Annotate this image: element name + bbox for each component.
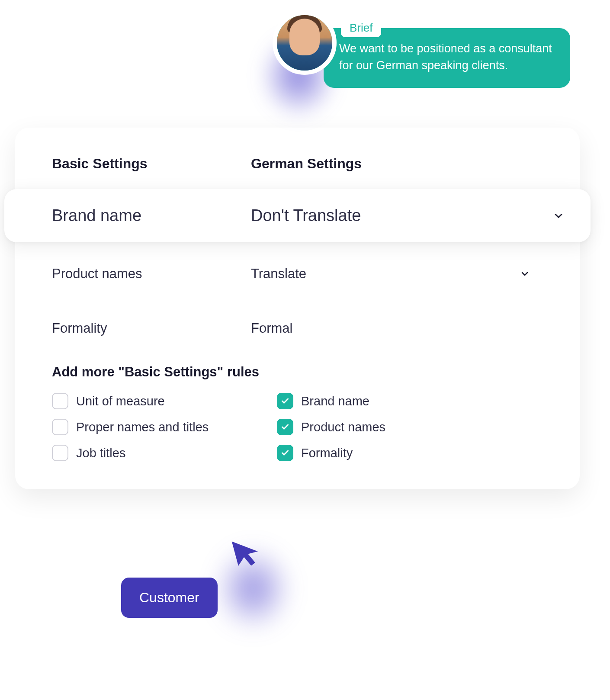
brief-section: Brief We want to be positioned as a cons… [273,11,570,88]
product-names-row[interactable]: Product names Translate [15,266,580,282]
avatar [273,11,337,75]
brand-name-label: Brand name [52,206,251,225]
brief-text: We want to be positioned as a consultant… [339,40,555,74]
checkbox-icon [52,393,68,409]
chevron-down-icon [552,210,565,222]
checkbox-label: Product names [301,420,385,434]
checkbox-unit-of-measure[interactable]: Unit of measure [52,393,277,409]
cursor-icon [227,532,266,571]
checkbox-label: Job titles [76,446,125,460]
formality-value: Formal [251,321,543,336]
checkbox-job-titles[interactable]: Job titles [52,445,277,461]
header-basic-settings: Basic Settings [52,156,251,172]
brief-bubble: Brief We want to be positioned as a cons… [324,28,570,88]
add-more-section: Add more "Basic Settings" rules Unit of … [15,364,580,461]
checkbox-checked-icon [277,393,293,409]
product-names-value: Translate [251,266,520,282]
cursor-area [227,532,266,573]
checkbox-label: Brand name [301,394,369,408]
checkbox-label: Formality [301,446,353,460]
checkbox-checked-icon [277,445,293,461]
customer-label: Customer [121,578,218,618]
brief-label: Brief [341,19,381,37]
brand-name-row[interactable]: Brand name Don't Translate [4,189,591,242]
checkbox-formality[interactable]: Formality [277,445,543,461]
checkbox-label: Unit of measure [76,394,165,408]
card-headers: Basic Settings German Settings [15,156,580,172]
checkbox-product-names[interactable]: Product names [277,419,543,435]
checkbox-grid: Unit of measure Brand name Proper names … [52,393,543,461]
product-names-label: Product names [52,266,251,282]
add-more-title: Add more "Basic Settings" rules [52,364,543,380]
checkbox-checked-icon [277,419,293,435]
checkbox-icon [52,445,68,461]
brand-name-value: Don't Translate [251,206,552,225]
checkbox-proper-names[interactable]: Proper names and titles [52,419,277,435]
checkbox-brand-name[interactable]: Brand name [277,393,543,409]
formality-label: Formality [52,321,251,336]
header-german-settings: German Settings [251,156,362,172]
chevron-down-icon [520,269,530,279]
checkbox-icon [52,419,68,435]
formality-row[interactable]: Formality Formal [15,321,580,336]
checkbox-label: Proper names and titles [76,420,209,434]
settings-card: Basic Settings German Settings Brand nam… [15,128,580,489]
